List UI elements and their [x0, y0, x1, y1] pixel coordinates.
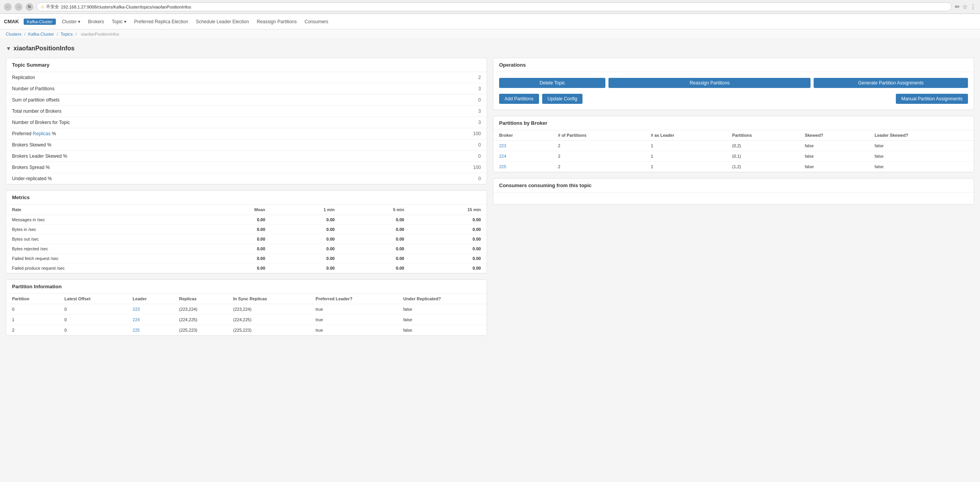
- partition-cell: true: [310, 304, 398, 315]
- broker-cell: false: [799, 151, 869, 162]
- latest-offset-cell: 0: [59, 315, 127, 325]
- summary-value: 100: [382, 128, 487, 139]
- url-text: 192.168.1.27:9008/clusters/Kafka-Cluster…: [61, 5, 191, 9]
- metrics-row: Failed produce request /sec0.000.000.000…: [6, 263, 487, 273]
- summary-label: Brokers Leader Skewed %: [6, 151, 382, 162]
- breadcrumb-sep1: /: [24, 32, 26, 36]
- summary-value: 0: [382, 173, 487, 184]
- summary-row: Brokers Leader Skewed %0: [6, 151, 487, 162]
- partition-info-card: Partition Information Partition Latest O…: [6, 279, 487, 336]
- summary-value: 3: [382, 83, 487, 95]
- broker-col-broker: Broker: [493, 130, 552, 141]
- metrics-cell: 0.00: [202, 234, 271, 244]
- delete-topic-button[interactable]: Delete Topic: [499, 78, 605, 88]
- page-title-arrow: ▼: [6, 45, 11, 52]
- metrics-cell: 0.00: [271, 254, 340, 263]
- metrics-cell: Bytes out /sec: [6, 234, 202, 244]
- security-label: 不安全: [46, 4, 59, 10]
- metrics-cell: 0.00: [271, 263, 340, 273]
- broker-col-num-partitions: # of Partitions: [552, 130, 645, 141]
- security-icon: ⚠: [41, 5, 44, 9]
- broker-link[interactable]: 225: [499, 164, 506, 169]
- metrics-cell: 0.00: [340, 244, 410, 254]
- navbar-item-reassign[interactable]: Reassign Partitions: [255, 19, 298, 24]
- metrics-body: Rate Mean 1 min 5 min 15 min Messages in…: [6, 205, 487, 273]
- partitions-by-broker-header: Partitions by Broker: [493, 116, 974, 130]
- add-partitions-button[interactable]: Add Partitions: [499, 94, 539, 104]
- summary-label: Total number of Brokers: [6, 106, 382, 117]
- partition-info-body: Partition Latest Offset Leader Replicas …: [6, 294, 487, 336]
- summary-value: 2: [382, 72, 487, 83]
- breadcrumb-kafka-cluster[interactable]: Kafka-Cluster: [28, 32, 54, 36]
- broker-cell: false: [869, 141, 974, 151]
- metrics-row: Bytes in /sec0.000.000.000.00: [6, 225, 487, 234]
- bookmark-icon[interactable]: ☆: [962, 3, 968, 10]
- reload-button[interactable]: ↻: [26, 3, 33, 11]
- metrics-table: Rate Mean 1 min 5 min 15 min Messages in…: [6, 205, 487, 273]
- broker-col-partitions: Partitions: [726, 130, 799, 141]
- broker-link[interactable]: 223: [499, 143, 506, 148]
- extensions-icon[interactable]: ✏: [955, 3, 960, 10]
- navbar-item-consumers[interactable]: Consumers: [303, 19, 330, 24]
- navbar: CMAK Kafka-Cluster Cluster Brokers Topic…: [0, 14, 980, 29]
- metrics-cell: Bytes in /sec: [6, 225, 202, 234]
- address-bar[interactable]: ⚠ 不安全 192.168.1.27:9008/clusters/Kafka-C…: [36, 2, 952, 11]
- metrics-cell: 0.00: [271, 225, 340, 234]
- metrics-cell: 0.00: [202, 263, 271, 273]
- summary-row: Number of Brokers for Topic3: [6, 117, 487, 128]
- generate-partition-assignments-button[interactable]: Generate Partition Assignments: [814, 78, 968, 88]
- summary-label: Number of Partitions: [6, 83, 382, 95]
- navbar-item-preferred-replica[interactable]: Preferred Replica Election: [133, 19, 190, 24]
- reassign-partitions-button[interactable]: Reassign Partitions: [608, 78, 811, 88]
- breadcrumb: Clusters / Kafka-Cluster / Topics / xiao…: [0, 29, 980, 39]
- summary-label: Under-replicated %: [6, 173, 382, 184]
- navbar-item-topic[interactable]: Topic: [110, 19, 128, 24]
- broker-cell: (0,1): [726, 151, 799, 162]
- forward-button[interactable]: →: [15, 3, 22, 11]
- summary-row: Under-replicated %0: [6, 173, 487, 184]
- latest-offset-cell: 0: [59, 304, 127, 315]
- back-button[interactable]: ←: [4, 3, 12, 11]
- navbar-item-cluster[interactable]: Cluster: [60, 19, 82, 24]
- breadcrumb-clusters[interactable]: Clusters: [6, 32, 21, 36]
- broker-cell: false: [869, 151, 974, 162]
- leader-cell: 224: [127, 315, 173, 325]
- manual-partition-assignments-button[interactable]: Manual Partition Assignments: [896, 94, 968, 104]
- metrics-col-15min: 15 min: [410, 205, 487, 215]
- metrics-col-mean: Mean: [202, 205, 271, 215]
- leader-link[interactable]: 225: [133, 328, 140, 332]
- update-config-button[interactable]: Update Config: [542, 94, 583, 104]
- breadcrumb-sep2: /: [57, 32, 59, 36]
- navbar-item-brokers[interactable]: Brokers: [86, 19, 105, 24]
- topic-summary-card: Topic Summary Replication2Number of Part…: [6, 58, 487, 184]
- breadcrumb-topics[interactable]: Topics: [60, 32, 73, 36]
- preferred-replicas-link[interactable]: Replicas: [33, 131, 50, 136]
- leader-link[interactable]: 223: [133, 307, 140, 312]
- partition-cell: (223,224): [227, 304, 310, 315]
- summary-row: Replication2: [6, 72, 487, 83]
- right-column: Operations Delete Topic Reassign Partiti…: [493, 58, 974, 336]
- partitions-by-broker-card: Partitions by Broker Broker # of Partiti…: [493, 116, 974, 172]
- cluster-badge[interactable]: Kafka-Cluster: [24, 19, 56, 25]
- partition-cell: true: [310, 315, 398, 325]
- summary-row: Brokers Spread %100: [6, 162, 487, 173]
- summary-value: 3: [382, 117, 487, 128]
- broker-cell: 2: [552, 141, 645, 151]
- summary-label: Brokers Spread %: [6, 162, 382, 173]
- metrics-col-5min: 5 min: [340, 205, 410, 215]
- broker-link[interactable]: 224: [499, 154, 506, 158]
- leader-link[interactable]: 224: [133, 317, 140, 322]
- menu-icon[interactable]: ⋮: [970, 3, 976, 10]
- metrics-cell: 0.00: [340, 225, 410, 234]
- summary-label: Preferred Replicas %: [6, 128, 382, 139]
- navbar-item-schedule-leader[interactable]: Schedule Leader Election: [194, 19, 251, 24]
- metrics-col-1min: 1 min: [271, 205, 340, 215]
- browser-chrome: ← → ↻ ⚠ 不安全 192.168.1.27:9008/clusters/K…: [0, 0, 980, 14]
- broker-id-cell: 225: [493, 162, 552, 172]
- partition-cell: (224,225): [227, 315, 310, 325]
- metrics-cell: 0.00: [202, 254, 271, 263]
- partition-id-cell: 1: [6, 315, 59, 325]
- summary-value: 0: [382, 95, 487, 106]
- partition-cell: (223,224): [173, 304, 228, 315]
- summary-label: Sum of partition offsets: [6, 95, 382, 106]
